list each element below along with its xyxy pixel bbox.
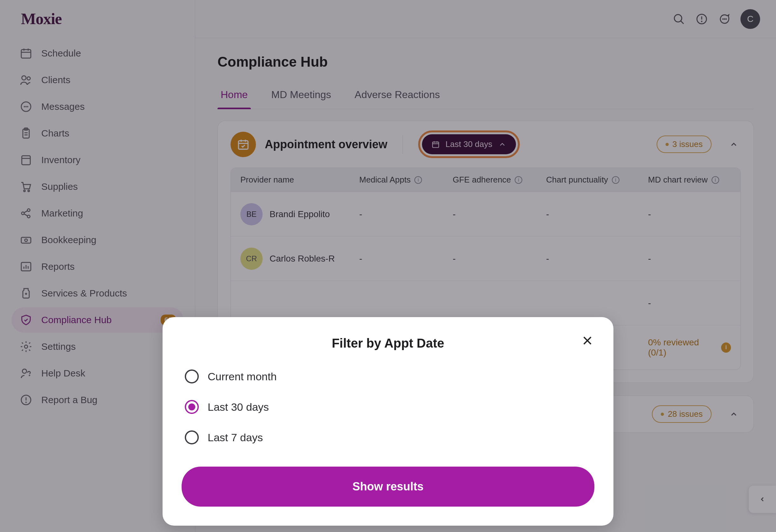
radio-label: Last 7 days	[208, 432, 263, 444]
radio-option-last-7-days[interactable]: Last 7 days	[185, 431, 591, 445]
radio-icon	[185, 400, 199, 414]
radio-label: Current month	[208, 370, 276, 383]
close-icon[interactable]	[580, 334, 594, 347]
radio-label: Last 30 days	[208, 401, 269, 413]
modal-title: Filter by Appt Date	[182, 336, 594, 350]
radio-icon	[185, 431, 199, 445]
radio-option-current-month[interactable]: Current month	[185, 369, 591, 383]
show-results-button[interactable]: Show results	[182, 467, 594, 507]
filter-modal: Filter by Appt Date Current monthLast 30…	[163, 317, 613, 526]
radio-icon	[185, 369, 199, 383]
radio-group: Current monthLast 30 daysLast 7 days	[182, 369, 594, 467]
modal-overlay[interactable]: Filter by Appt Date Current monthLast 30…	[0, 0, 776, 532]
radio-option-last-30-days[interactable]: Last 30 days	[185, 400, 591, 414]
